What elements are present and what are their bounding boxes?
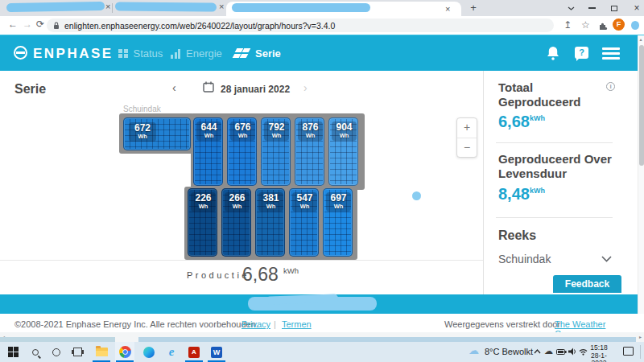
solar-panel[interactable]: 226Wh — [188, 188, 217, 257]
chrome-icon[interactable] — [115, 342, 134, 362]
help-icon[interactable]: ? — [575, 47, 588, 59]
solar-panel[interactable]: 266Wh — [221, 188, 251, 257]
chevron-down-icon[interactable] — [601, 256, 612, 262]
panel-power-label: 381Wh — [258, 192, 283, 212]
new-tab-button[interactable]: + — [467, 2, 480, 14]
enphase-header: ENPHASE Status Energie Serie ? — [0, 35, 644, 71]
window-minimize-button[interactable] — [581, 0, 602, 16]
series-section-title: Reeks — [498, 228, 536, 243]
panel-power-label: 644Wh — [196, 121, 221, 141]
lock-icon — [53, 22, 60, 30]
nav-serie[interactable]: Serie — [233, 47, 281, 60]
bookmark-star-icon[interactable]: ☆ — [581, 19, 590, 31]
total-produced-value: 6,68kWh — [498, 113, 545, 131]
solar-panel[interactable]: 904Wh — [328, 117, 358, 186]
feedback-button[interactable]: Feedback — [553, 275, 621, 293]
url-text: enlighten.enphaseenergy.com/web/2640022/… — [64, 21, 335, 31]
copyright-text: ©2008-2021 Enphase Energy Inc. Alle rech… — [14, 319, 258, 329]
solar-panel[interactable]: 792Wh — [261, 117, 291, 186]
solar-panel[interactable]: 672Wh — [123, 117, 191, 150]
hidden-icons-chevron[interactable] — [534, 349, 541, 354]
tab-redaction — [232, 3, 370, 12]
next-day-chevron[interactable]: › — [303, 81, 308, 94]
solar-panel[interactable]: 676Wh — [227, 117, 257, 186]
nav-status[interactable]: Status — [118, 47, 163, 60]
prev-day-chevron[interactable]: ‹ — [172, 81, 176, 94]
link-separator: | — [274, 319, 276, 329]
zoom-out-button[interactable]: − — [457, 138, 477, 158]
page-scrollbar-horizontal[interactable]: ◂ ▸ — [0, 332, 644, 342]
search-icon[interactable] — [26, 342, 45, 362]
terms-link[interactable]: Termen — [282, 319, 312, 329]
edge-icon[interactable] — [139, 342, 159, 362]
volume-icon[interactable] — [568, 348, 577, 356]
window-chevron-icon[interactable] — [560, 0, 581, 16]
cortana-icon[interactable] — [47, 342, 66, 362]
map-zoom-control: + − — [456, 117, 477, 158]
acrobat-icon[interactable]: A — [184, 342, 204, 362]
solar-panel[interactable]: 697Wh — [323, 188, 353, 257]
address-bar[interactable]: enlighten.enphaseenergy.com/web/2640022/… — [47, 19, 554, 32]
extensions-puzzle-icon[interactable] — [598, 21, 608, 31]
panel-power-label: 904Wh — [332, 121, 357, 141]
tab-close-icon[interactable]: × — [105, 2, 110, 11]
tab-redaction[interactable] — [6, 2, 105, 12]
enphase-logo-icon[interactable] — [14, 46, 27, 60]
calendar-icon[interactable] — [203, 81, 214, 93]
file-explorer-icon[interactable] — [92, 342, 111, 362]
taskbar-clock[interactable]: 15:1828-1-2022 — [584, 344, 613, 362]
internet-explorer-icon[interactable]: e — [162, 342, 181, 362]
start-button[interactable] — [3, 342, 23, 362]
forward-icon[interactable]: → — [23, 19, 32, 30]
tab-close-icon[interactable]: × — [219, 2, 224, 11]
window-maximize-button[interactable] — [604, 0, 625, 16]
nav-energie[interactable]: Energie — [171, 47, 222, 60]
nav-label: Status — [134, 47, 163, 60]
back-icon[interactable]: ← — [8, 19, 18, 30]
tab-redaction[interactable] — [115, 2, 217, 11]
panel-power-label: 792Wh — [264, 121, 289, 141]
weather-cloud-icon[interactable]: ☁ — [469, 344, 479, 356]
browser-tab-active[interactable]: × — [226, 2, 461, 16]
tab-separator — [112, 3, 113, 13]
zoom-in-button[interactable]: + — [457, 118, 477, 138]
solar-panel[interactable]: 381Wh — [255, 188, 285, 257]
panel-power-label: 697Wh — [326, 192, 351, 212]
action-center-icon[interactable] — [623, 347, 634, 356]
task-view-icon[interactable] — [68, 342, 87, 362]
panel-power-label: 226Wh — [191, 192, 216, 212]
panel-power-label: 676Wh — [230, 121, 255, 141]
production-unit: kWh — [283, 266, 299, 275]
word-icon[interactable]: W — [207, 342, 226, 362]
production-label: Productie — [187, 270, 250, 280]
battery-icon[interactable] — [556, 349, 567, 355]
share-icon[interactable]: ↥ — [564, 19, 572, 31]
tab-close-icon[interactable]: × — [445, 5, 450, 14]
page-scrollbar-vertical[interactable]: ▴ ▾ — [638, 35, 644, 332]
solar-panel[interactable]: 644Wh — [193, 117, 223, 186]
menu-hamburger-icon[interactable] — [602, 47, 620, 62]
series-dropdown[interactable]: Schuindak — [498, 253, 551, 265]
nav-label: Energie — [186, 47, 222, 60]
date-display[interactable]: 28 januari 2022 — [221, 84, 290, 95]
onedrive-cloud-icon[interactable]: ☁ — [544, 346, 553, 356]
page-title: Serie — [14, 82, 46, 97]
summary-sidebar: Totaal Geproduceerd i 6,68kWh Geproducee… — [483, 71, 638, 294]
privacy-link[interactable]: Privacy — [242, 319, 270, 329]
browser-tab-strip: × × × + × — [0, 0, 644, 16]
show-desktop-divider[interactable] — [640, 345, 641, 359]
taskbar-weather[interactable]: 8°C Bewolkt — [485, 347, 533, 356]
profile-avatar[interactable]: F — [613, 19, 625, 31]
notifications-bell-icon[interactable] — [546, 46, 560, 61]
solar-panel[interactable]: 547Wh — [289, 188, 319, 257]
status-grid-icon — [118, 49, 128, 59]
main-content: Serie ‹ 28 januari 2022 › Schuindak 672W… — [0, 71, 644, 294]
array-name-label: Schuindak — [123, 105, 161, 113]
browser-menu-redaction[interactable] — [631, 21, 639, 30]
brand-name[interactable]: ENPHASE — [33, 46, 114, 62]
info-icon[interactable]: i — [606, 82, 615, 91]
reload-icon[interactable]: ⟳ — [36, 19, 44, 30]
account-banner — [0, 294, 638, 314]
window-close-button[interactable]: × — [626, 0, 644, 16]
solar-panel[interactable]: 876Wh — [295, 117, 324, 186]
